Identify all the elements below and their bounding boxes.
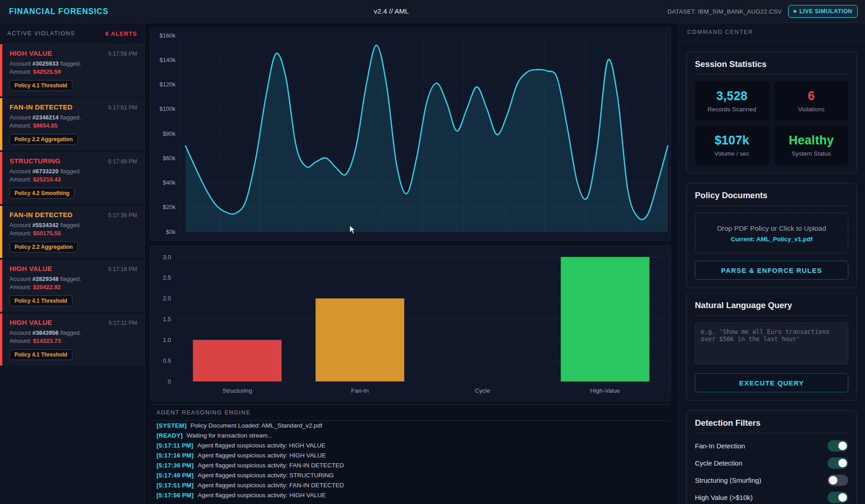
pdf-upload-dropzone[interactable]: Drop PDF Policy or Click to Upload Curre… <box>695 213 848 253</box>
violation-type: HIGH VALUE <box>10 49 52 57</box>
divider <box>695 74 848 75</box>
toggle-knob <box>838 442 847 450</box>
stat-label: System Status <box>792 150 831 157</box>
filter-toggle[interactable] <box>827 440 848 452</box>
volume-line-chart: $0k$20k$40k$60k$80k$100k$120k$140k$160k <box>151 28 670 240</box>
filter-row: Fan-In Detection <box>695 440 848 452</box>
log-line: [5:17:16 PM]Agent flagged suspicious act… <box>157 451 664 461</box>
execute-query-button[interactable]: EXECUTE QUERY <box>695 373 848 392</box>
violation-account-number: #2829348 <box>33 276 59 282</box>
violation-row: FAN-IN DETECTED5:17:36 PM <box>10 211 137 219</box>
stat-label: Records Scanned <box>708 106 756 113</box>
violation-account-line: Account #6733220 flagged. <box>10 167 137 176</box>
violations-title: ACTIVE VIOLATIONS <box>7 30 75 37</box>
filter-row: High Value (>$10k) <box>695 492 848 503</box>
violation-time: 5:17:51 PM <box>108 105 137 111</box>
svg-text:1.5: 1.5 <box>163 316 171 323</box>
stat-box: $107kVolume / sec <box>695 126 769 165</box>
divider <box>695 205 848 206</box>
violation-card[interactable]: HIGH VALUE5:17:16 PMAccount #2829348 fla… <box>0 260 144 312</box>
stat-value: 3,528 <box>716 89 747 103</box>
violation-type: FAN-IN DETECTED <box>10 103 73 111</box>
filter-toggle[interactable] <box>827 457 848 469</box>
log-line: [5:17:49 PM]Agent flagged suspicious act… <box>157 471 664 480</box>
agent-log-panel: AGENT REASONING ENGINE [SYSTEM]Policy Do… <box>150 404 671 504</box>
stat-label: Violations <box>798 106 824 113</box>
log-line: [5:17:56 PM]Agent flagged suspicious act… <box>157 490 664 500</box>
violation-card[interactable]: STRUCTURING5:17:49 PMAccount #6733220 fl… <box>0 152 144 204</box>
violation-policy-chip: Policy 2.2 Aggregation <box>10 134 78 145</box>
log-timestamp: [SYSTEM] <box>157 422 186 429</box>
center-column: $0k$20k$40k$60k$80k$100k$120k$140k$160k … <box>145 23 678 504</box>
svg-text:$100k: $100k <box>160 105 176 112</box>
violation-policy-chip: Policy 4.1 Threshold <box>10 349 72 360</box>
divider <box>695 315 848 316</box>
stat-box: 6Violations <box>775 81 849 120</box>
filter-row: Structuring (Smurfing) <box>695 475 848 486</box>
current-policy-file: Current: AML_Policy_v1.pdf <box>700 236 843 242</box>
filter-label: Structuring (Smurfing) <box>695 476 761 484</box>
violation-card[interactable]: FAN-IN DETECTED5:17:51 PMAccount #234621… <box>0 98 144 150</box>
stat-value: 6 <box>808 89 815 103</box>
violation-time: 5:17:11 PM <box>109 320 137 326</box>
svg-text:Structuring: Structuring <box>223 387 252 394</box>
policy-documents-card: Policy Documents Drop PDF Policy or Clic… <box>686 183 857 288</box>
violation-body: Account #2829348 flagged.Amount: $20422.… <box>10 275 137 291</box>
violations-list: HIGH VALUE5:17:56 PMAccount #3025933 fla… <box>0 44 144 367</box>
violation-account-line: Account #5534342 flagged. <box>10 221 137 229</box>
filter-toggle[interactable] <box>827 475 848 486</box>
filter-row: Cycle Detection <box>695 457 848 469</box>
log-timestamp: [5:17:51 PM] <box>157 482 194 489</box>
log-timestamp: [5:17:56 PM] <box>157 492 194 499</box>
violation-row: FAN-IN DETECTED5:17:51 PM <box>10 103 137 111</box>
svg-text:Cycle: Cycle <box>475 387 490 394</box>
log-line: [SYSTEM]Policy Document Loaded: AML_Stan… <box>157 421 664 431</box>
svg-text:$80k: $80k <box>163 130 176 137</box>
stat-label: Volume / sec <box>714 150 749 157</box>
live-badge-label: LIVE SIMULATION <box>799 8 852 14</box>
violation-account-line: Account #2829348 flagged. <box>10 275 137 283</box>
violation-card[interactable]: FAN-IN DETECTED5:17:36 PMAccount #553434… <box>0 206 144 258</box>
violation-account-line: Account #2346214 flagged. <box>10 114 137 122</box>
app-root: FINANCIAL FORENSICS v2.4 // AML DATASET:… <box>0 0 865 504</box>
parse-enforce-rules-button[interactable]: PARSE & ENFORCE RULES <box>695 261 848 280</box>
svg-text:$20k: $20k <box>163 204 176 210</box>
log-line: [READY]Waiting for transaction stream... <box>157 431 664 441</box>
violation-type: HIGH VALUE <box>10 265 52 272</box>
violation-amount-value: $14323.73 <box>33 338 61 344</box>
nlq-input[interactable] <box>695 323 848 364</box>
violation-row: HIGH VALUE5:17:16 PM <box>10 265 137 272</box>
filter-toggle[interactable] <box>827 492 848 503</box>
app-title: FINANCIAL FORENSICS <box>0 7 109 16</box>
toggle-knob <box>829 476 837 485</box>
violation-time: 5:17:49 PM <box>108 158 137 165</box>
violation-amount-line: Amount: $42525.59 <box>10 68 137 76</box>
svg-text:0.5: 0.5 <box>163 357 171 364</box>
topbar-right: DATASET: IBM_SIM_BANK_AUG22.CSV LIVE SIM… <box>667 5 865 18</box>
toggle-knob <box>838 459 847 467</box>
stat-box: HealthySystem Status <box>775 126 849 165</box>
agent-log-title: AGENT REASONING ENGINE <box>150 404 671 421</box>
violation-card[interactable]: HIGH VALUE5:17:11 PMAccount #3843956 fla… <box>0 314 144 366</box>
violation-amount-value: $25210.43 <box>33 176 61 183</box>
violations-header: ACTIVE VIOLATIONS 6 ALERTS <box>0 23 144 44</box>
log-timestamp: [5:17:36 PM] <box>157 462 194 469</box>
svg-text:High-Value: High-Value <box>590 387 620 394</box>
violation-amount-value: $42525.59 <box>33 68 61 75</box>
svg-text:1.0: 1.0 <box>163 337 171 343</box>
session-statistics-grid: 3,528Records Scanned6Violations$107kVolu… <box>695 81 848 165</box>
violation-amount-line: Amount: $20422.92 <box>10 283 137 291</box>
violation-row: STRUCTURING5:17:49 PM <box>10 157 137 165</box>
svg-text:3.0: 3.0 <box>163 254 171 261</box>
detection-filters-card: Detection Filters Fan-In DetectionCycle … <box>686 410 857 504</box>
session-statistics-card: Session Statistics 3,528Records Scanned6… <box>686 52 857 173</box>
natural-language-query-card: Natural Language Query EXECUTE QUERY <box>686 293 857 401</box>
violation-amount-value: $50175.55 <box>33 230 61 237</box>
violation-account-number: #2346214 <box>33 114 59 121</box>
violation-row: HIGH VALUE5:17:56 PM <box>10 49 137 57</box>
violation-card[interactable]: HIGH VALUE5:17:56 PMAccount #3025933 fla… <box>0 44 144 96</box>
svg-text:2.0: 2.0 <box>163 295 171 302</box>
violation-amount-value: $20422.92 <box>33 284 61 290</box>
log-timestamp: [READY] <box>157 432 183 439</box>
agent-log-body[interactable]: [SYSTEM]Policy Document Loaded: AML_Stan… <box>150 421 671 504</box>
